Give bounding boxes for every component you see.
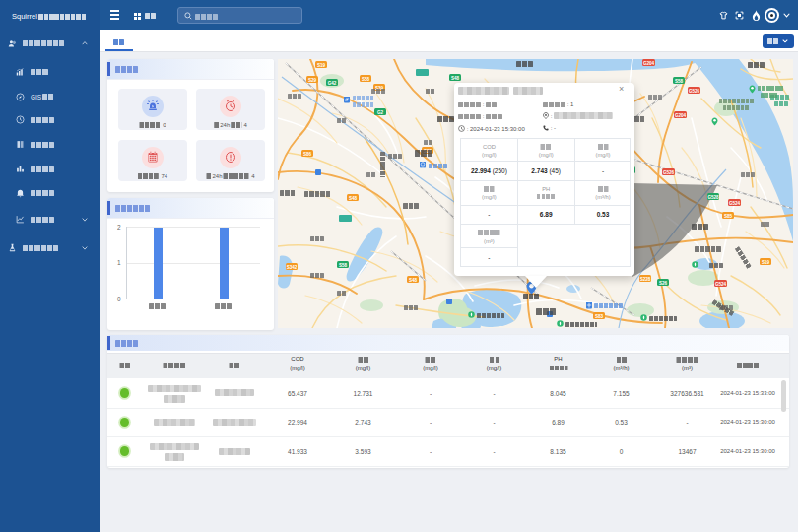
svg-text:S228: S228 xyxy=(640,277,651,282)
svg-text:G524: G524 xyxy=(715,282,727,287)
svg-text:G204: G204 xyxy=(643,61,655,66)
svg-text:G2: G2 xyxy=(377,110,384,115)
svg-text:S19: S19 xyxy=(762,260,770,265)
svg-text:G526: G526 xyxy=(663,170,675,175)
svg-text:G524: G524 xyxy=(729,201,741,206)
svg-text:S19: S19 xyxy=(317,63,326,68)
svg-text:G526: G526 xyxy=(689,89,700,94)
svg-text:S86: S86 xyxy=(303,152,312,157)
svg-text:S29: S29 xyxy=(308,78,317,83)
svg-text:G528: G528 xyxy=(707,195,719,200)
svg-text:S58: S58 xyxy=(339,263,348,268)
svg-text:S83: S83 xyxy=(595,314,604,319)
svg-text:S58: S58 xyxy=(362,77,370,82)
svg-text:S58: S58 xyxy=(675,79,684,84)
svg-text:S26: S26 xyxy=(659,281,668,286)
svg-text:G42: G42 xyxy=(328,81,337,86)
svg-text:S48: S48 xyxy=(409,278,418,283)
svg-text:S342: S342 xyxy=(287,265,298,270)
svg-text:G204: G204 xyxy=(675,113,687,118)
svg-text:S48: S48 xyxy=(349,196,358,201)
svg-text:S85: S85 xyxy=(724,214,733,219)
svg-text:S48: S48 xyxy=(451,76,460,81)
